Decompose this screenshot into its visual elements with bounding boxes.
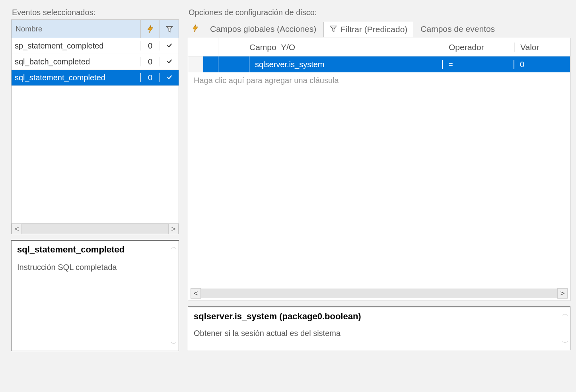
event-count: 0 <box>140 57 160 66</box>
filter-description-panel: sqlserver.is_system (package0.boolean) O… <box>188 307 570 350</box>
tab-global-fields[interactable]: Campos globales (Acciones) <box>204 22 322 36</box>
event-count: 0 <box>140 41 160 50</box>
filter-desc-title: sqlserver.is_system (package0.boolean) <box>194 311 564 322</box>
tab-event-fields[interactable]: Campos de eventos <box>415 22 500 36</box>
tab-filter-label: Filtrar (Predicado) <box>341 25 407 34</box>
event-description-panel: sql_statement_completed Instrucción SQL … <box>11 240 179 351</box>
scroll-up-icon[interactable]: ︿ <box>562 310 568 318</box>
funnel-icon <box>329 25 337 35</box>
check-icon <box>160 57 179 66</box>
scroll-down-icon[interactable]: ﹀ <box>562 339 568 347</box>
scroll-right-button[interactable]: > <box>557 288 568 299</box>
check-icon <box>160 41 179 50</box>
tabs-row: Campos globales (Acciones) Filtrar (Pred… <box>188 20 570 38</box>
event-name: sp_statement_completed <box>12 41 140 50</box>
filter-header-yo[interactable]: Y/O <box>281 43 295 52</box>
scroll-right-button[interactable]: > <box>168 224 179 234</box>
event-desc-title: sql_statement_completed <box>17 245 173 255</box>
selected-events-label: Eventos seleccionados: <box>11 8 179 17</box>
filter-desc-vscroll[interactable]: ︿ ﹀ <box>560 307 570 350</box>
event-desc-vscroll[interactable]: ︿ ﹀ <box>169 241 179 351</box>
lightning-icon <box>191 24 200 35</box>
event-row[interactable]: sp_statement_completed 0 <box>12 38 179 54</box>
check-icon <box>160 73 179 82</box>
scroll-up-icon[interactable]: ︿ <box>171 243 177 251</box>
filter-hscroll[interactable]: < > <box>191 288 568 298</box>
filter-panel: Campo Y/O Operador Valor sqlserver.is_sy… <box>188 38 570 301</box>
filter-row-operator[interactable]: = <box>443 60 514 69</box>
scroll-track[interactable] <box>22 224 168 234</box>
event-row[interactable]: sql_batch_completed 0 <box>12 54 179 70</box>
filter-add-clause[interactable]: Haga clic aquí para agregar una cláusula <box>188 72 570 88</box>
events-body: sp_statement_completed 0 sql_batch_compl… <box>12 38 179 223</box>
scroll-left-button[interactable]: < <box>12 224 22 234</box>
events-header[interactable]: Nombre ▴ <box>12 20 179 38</box>
events-hscroll[interactable]: < > <box>12 223 179 234</box>
filter-row-value[interactable]: 0 <box>514 60 570 69</box>
funnel-icon[interactable] <box>160 20 179 38</box>
filter-header-operator[interactable]: Operador <box>443 43 514 52</box>
filter-row-field[interactable]: sqlserver.is_system <box>249 60 443 69</box>
scroll-track[interactable] <box>201 289 557 298</box>
filter-header[interactable]: Campo Y/O Operador Valor <box>188 38 570 56</box>
event-name: sql_batch_completed <box>12 57 140 66</box>
filter-row-selector[interactable] <box>188 56 203 72</box>
disk-config-label: Opciones de configuración de disco: <box>188 8 570 17</box>
scroll-down-icon[interactable]: ﹀ <box>171 340 177 348</box>
events-panel: Nombre ▴ sp_statement_completed 0 sql_ba <box>11 19 179 234</box>
filter-row[interactable]: sqlserver.is_system = 0 <box>188 56 570 72</box>
lightning-icon[interactable] <box>140 20 160 38</box>
scroll-left-button[interactable]: < <box>191 288 201 299</box>
tab-lightning[interactable] <box>188 21 203 37</box>
tab-filter[interactable]: Filtrar (Predicado) <box>323 22 413 37</box>
event-desc-body: Instrucción SQL completada <box>17 263 173 272</box>
event-count: 0 <box>140 73 160 82</box>
event-row[interactable]: sql_statement_completed 0 <box>12 70 179 86</box>
event-name: sql_statement_completed <box>12 73 140 82</box>
filter-desc-body: Obtener si la sesión actual es del siste… <box>194 329 564 338</box>
filter-header-field[interactable]: Campo <box>249 43 276 52</box>
events-header-name[interactable]: Nombre <box>16 25 43 33</box>
filter-header-value[interactable]: Valor <box>514 43 570 52</box>
